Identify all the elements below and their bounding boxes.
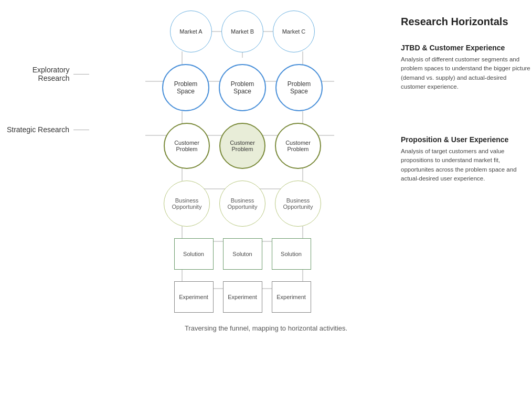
- problem-space-3-label: Problem Space: [288, 80, 311, 95]
- customer-problem-1-circle: Customer Problem: [164, 123, 210, 169]
- exploratory-label: Exploratory Research: [0, 66, 69, 82]
- solution-row: Solution Soluton Solution: [174, 238, 311, 270]
- problem-space-2-circle: Problem Space: [219, 64, 266, 111]
- experiment-2-square: Experiment: [223, 281, 262, 313]
- market-c-label: Market C: [282, 28, 306, 35]
- experiment-3-label: Experiment: [276, 294, 306, 300]
- experiment-3-square: Experiment: [272, 281, 311, 313]
- exploratory-hline: [73, 74, 89, 75]
- right-gap: [401, 104, 532, 135]
- right-section-2-body: Analysis of target customers and value p…: [401, 147, 532, 183]
- market-row: Market A Market B Market C: [170, 10, 315, 52]
- experiment-1-label: Experiment: [179, 294, 208, 300]
- customer-problem-3-label: Customer Problem: [285, 140, 311, 152]
- problem-space-1-circle: Problem Space: [162, 64, 209, 111]
- solution-1-square: Solution: [174, 238, 214, 270]
- customer-problem-1-label: Customer Problem: [174, 140, 199, 152]
- right-descriptions: Research Horizontals JTBD & Customer Exp…: [390, 10, 532, 196]
- strategic-label: Strategic Research: [7, 125, 69, 134]
- main-container: Exploratory Research Strategic Research: [0, 0, 532, 393]
- right-title: Research Horizontals: [401, 16, 532, 28]
- customer-problem-2-circle: Customer Problem: [219, 123, 265, 169]
- solution-3-square: Solution: [272, 238, 311, 270]
- business-opp-1-label: Business Opportunity: [172, 197, 202, 210]
- business-opp-3-label: Business Opportunity: [283, 197, 313, 210]
- experiment-row: Experiment Experiment Experiment: [174, 281, 311, 313]
- market-a-circle: Market A: [170, 10, 212, 52]
- caption: Traversing the funnel, mapping to horizo…: [185, 324, 347, 332]
- diagram-area: Market A Market B Market C Problem Space…: [94, 10, 390, 315]
- experiment-1-square: Experiment: [174, 281, 214, 313]
- solution-3-label: Solution: [281, 251, 302, 257]
- right-section-1-title: JTBD & Customer Experience: [401, 44, 532, 52]
- right-section-2: Proposition & User Experience Analysis o…: [401, 135, 532, 183]
- business-opp-3-circle: Business Opportunity: [275, 180, 321, 227]
- market-b-circle: Market B: [221, 10, 263, 52]
- market-c-circle: Market C: [273, 10, 315, 52]
- solution-2-square: Soluton: [223, 238, 262, 270]
- market-a-label: Market A: [179, 28, 202, 35]
- solution-1-label: Solution: [183, 251, 204, 257]
- problem-space-3-circle: Problem Space: [275, 64, 323, 111]
- problem-space-row: Problem Space Problem Space Problem Spac…: [162, 64, 323, 111]
- business-opp-1-circle: Business Opportunity: [164, 180, 210, 227]
- customer-problem-2-label: Customer Problem: [230, 140, 255, 152]
- right-section-2-title: Proposition & User Experience: [401, 135, 532, 144]
- left-labels: Exploratory Research Strategic Research: [0, 10, 94, 134]
- solution-2-label: Soluton: [232, 251, 252, 257]
- business-opp-2-label: Business Opportunity: [228, 197, 258, 210]
- right-section-1-body: Analysis of different customer segments …: [401, 55, 532, 91]
- customer-problem-3-circle: Customer Problem: [275, 123, 321, 169]
- right-section-1: JTBD & Customer Experience Analysis of d…: [401, 44, 532, 91]
- customer-problem-row: Customer Problem Customer Problem Custom…: [164, 123, 321, 169]
- business-opp-2-circle: Business Opportunity: [219, 180, 265, 227]
- strategic-hline: [73, 130, 89, 130]
- market-b-label: Market B: [231, 28, 254, 35]
- problem-space-1-label: Problem Space: [174, 80, 198, 95]
- problem-space-2-label: Problem Space: [231, 80, 254, 95]
- main-row: Exploratory Research Strategic Research: [0, 10, 532, 315]
- experiment-2-label: Experiment: [228, 294, 257, 300]
- business-opp-row: Business Opportunity Business Opportunit…: [164, 180, 321, 227]
